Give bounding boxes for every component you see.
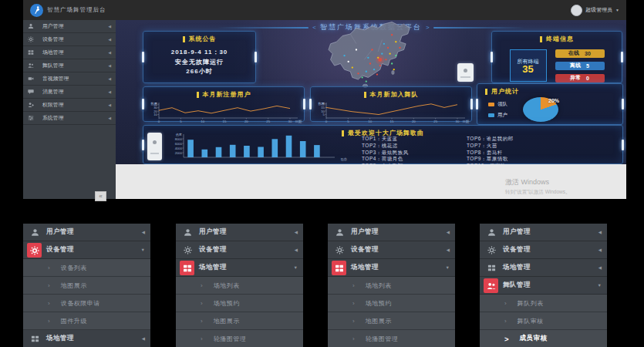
announcement-title: 系统公告 <box>143 32 255 43</box>
venue-icon <box>335 264 344 273</box>
menu-item-team[interactable]: 舞队管理▼ <box>480 277 607 295</box>
menu-item-device[interactable]: 设备管理◀ <box>176 241 303 259</box>
submenu-item[interactable]: ›设备权限申请 <box>23 295 150 312</box>
menu-item-venue[interactable]: 场地管理◀ <box>480 259 607 277</box>
venue-icon <box>28 49 35 56</box>
songs-column-right: TOP6：谁是我的郎TOP7：火苗TOP8：套马杆TOP9：草原情歌TOP10：… <box>467 136 558 164</box>
terminal-device-photo <box>457 63 474 82</box>
chevron-down-icon: ▼ <box>615 8 619 12</box>
user-icon <box>328 228 351 237</box>
brand: 智慧广场舞管理后台 <box>30 4 106 17</box>
submenu-item[interactable]: ›轮播图管理 <box>176 330 303 347</box>
sidebar-item-venue[interactable]: 场地管理◀ <box>23 46 116 59</box>
user-menu[interactable]: 超级管理员 ▼ <box>571 5 619 16</box>
caret-down-icon: ▼ <box>598 283 602 288</box>
dancer-glyph <box>32 5 42 15</box>
menu-item-user[interactable]: 用户管理◀ <box>23 224 150 241</box>
menu-item-device[interactable]: 设备管理◀ <box>328 241 455 259</box>
venue-icon-active <box>180 261 194 275</box>
menu-item-label: 设备管理 <box>351 245 447 254</box>
menu-item-user[interactable]: 用户管理◀ <box>176 224 303 241</box>
menu-item-label: 场地管理 <box>351 263 446 272</box>
svg-text:8000: 8000 <box>175 137 183 141</box>
sidebar-item-user[interactable]: 用户管理◀ <box>23 20 116 33</box>
svg-text:0: 0 <box>325 120 328 123</box>
sidebar-item-label: 舞队管理 <box>42 62 108 69</box>
caret-left-icon: ◀ <box>142 230 145 234</box>
svg-text:30: 30 <box>288 120 292 123</box>
caret-left-icon: ◀ <box>108 63 111 68</box>
sidebar-item-team[interactable]: 舞队管理◀ <box>23 59 116 72</box>
submenu-item[interactable]: ›场地预约 <box>176 295 303 312</box>
submenu-item[interactable]: ›地图展示 <box>23 277 150 295</box>
svg-text:10: 10 <box>201 120 204 123</box>
svg-text:6000: 6000 <box>175 142 183 146</box>
device-speaker-dot <box>153 140 157 144</box>
sidebar-item-system[interactable]: 系统管理◀ <box>23 112 116 125</box>
team-icon <box>28 62 35 69</box>
menu-item-label: 场地管理 <box>46 334 142 343</box>
menu-panel-4: 用户管理◀设备管理◀场地管理◀舞队管理▼›舞队列表›舞队审核>成员审核 <box>480 224 607 347</box>
caret-left-icon: ◀ <box>108 76 111 81</box>
device-speaker-dot <box>464 69 467 72</box>
svg-text:日期: 日期 <box>295 120 302 123</box>
menu-item-user[interactable]: 用户管理◀ <box>480 224 607 241</box>
terminal-badges: 在线30离线5异常0 <box>555 47 605 84</box>
song-rank-item: TOP1：天蓝蓝 <box>362 136 453 141</box>
device-base-line <box>150 153 159 154</box>
chevron-right-icon: › <box>48 264 50 271</box>
submenu-item-label: 地图展示 <box>61 281 150 290</box>
china-map <box>258 20 486 93</box>
submenu-item[interactable]: ›固件升级 <box>23 312 150 330</box>
submenu-item[interactable]: ›场地列表 <box>328 277 455 295</box>
terminal-info-panel: 终端信息 所有终端 35 在线30离线5异常0 <box>491 31 622 83</box>
submenu-item[interactable]: ›场地预约 <box>328 295 455 312</box>
song-rank-item: TOP9：草原情歌 <box>467 156 558 161</box>
menu-item-venue[interactable]: 场地管理▼ <box>328 259 455 277</box>
user-stats-body: 领队用户 20% <box>477 97 622 122</box>
chevron-right-icon: › <box>352 318 355 325</box>
pie-percpoint-label: 20% <box>548 98 559 103</box>
song-rank-item: TOP8：套马杆 <box>467 150 558 155</box>
caret-left-icon: ◀ <box>295 230 298 234</box>
menu-item-device[interactable]: 设备管理▼ <box>23 241 150 259</box>
sidebar-item-message[interactable]: 消息管理◀ <box>23 86 116 99</box>
submenu-item-label: 舞队列表 <box>518 299 607 308</box>
sidebar-collapse-toggle[interactable]: « <box>95 191 106 201</box>
svg-text:0: 0 <box>158 120 160 123</box>
device-icon-active <box>27 243 42 258</box>
sidebar-item-label: 音视频管理 <box>42 75 108 83</box>
submenu-item[interactable]: ›地图展示 <box>328 312 455 330</box>
menu-item-venue[interactable]: 场地管理◀ <box>23 330 150 347</box>
submenu-item-active[interactable]: >成员审核 <box>480 330 607 347</box>
submenu-item[interactable]: ›轮播图管理 <box>328 330 455 347</box>
top-songs-panel: 最受欢迎十大广场舞歌曲 2000400060008000热度歌曲 TOP1：天蓝… <box>143 125 623 164</box>
team-icon <box>487 281 496 291</box>
sidebar-item-device[interactable]: 设备管理◀ <box>23 33 116 46</box>
menu-item-device[interactable]: 设备管理◀ <box>480 241 607 259</box>
submenu-item-label: 成员审核 <box>520 334 607 343</box>
caret-left-icon: ◀ <box>108 116 111 120</box>
sidebar-item-av[interactable]: 音视频管理◀ <box>23 72 116 86</box>
sidebar-item-label: 设备管理 <box>42 35 108 43</box>
submenu-item[interactable]: ›设备列表 <box>23 259 150 277</box>
message-icon <box>28 89 35 95</box>
terminal-badge-离线: 离线5 <box>555 62 605 70</box>
submenu-item[interactable]: ›地图展示 <box>176 312 303 330</box>
top-songs-bar-chart: 2000400060008000热度歌曲 <box>164 130 350 163</box>
caret-down-icon: ▼ <box>446 265 450 270</box>
svg-text:数量: 数量 <box>150 102 157 106</box>
sidebar-item-label: 消息管理 <box>42 88 108 96</box>
caret-left-icon: ◀ <box>108 24 111 29</box>
submenu-item[interactable]: ›舞队审核 <box>480 312 607 330</box>
screenshot-root: 智慧广场舞管理后台 超级管理员 ▼ 用户管理◀设备管理◀场地管理◀舞队管理◀音视… <box>0 0 644 347</box>
menu-item-venue[interactable]: 场地管理▼ <box>176 259 303 277</box>
svg-text:歌曲: 歌曲 <box>341 157 347 162</box>
submenu-item[interactable]: ›舞队列表 <box>480 295 607 312</box>
sidebar-item-permission[interactable]: 权限管理◀ <box>23 99 116 112</box>
user-icon <box>480 228 503 237</box>
menu-item-user[interactable]: 用户管理◀ <box>328 224 455 241</box>
submenu-item[interactable]: ›场地列表 <box>176 277 303 295</box>
submenu-item-label: 设备权限申请 <box>61 299 150 308</box>
new-users-chart-panel: 本月新注册用户 10203040051015202530数量日期 <box>143 86 305 122</box>
